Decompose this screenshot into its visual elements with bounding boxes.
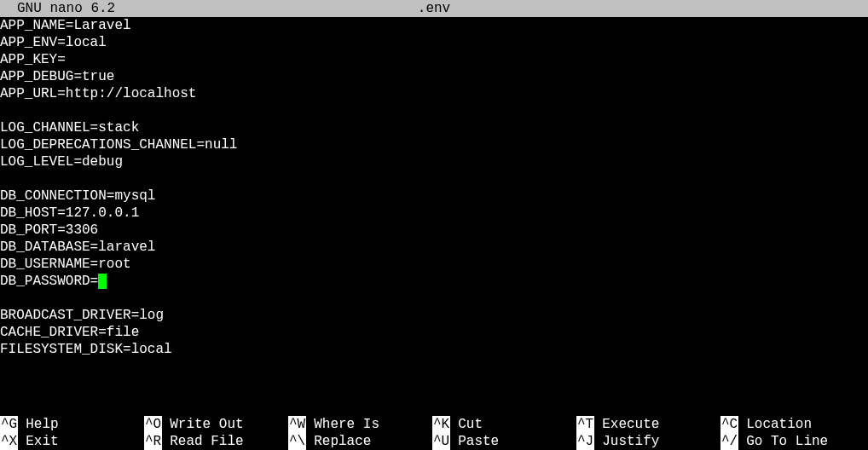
shortcut-item[interactable]: ^XExit — [0, 433, 144, 450]
shortcut-label: Go To Line — [746, 433, 828, 450]
shortcut-item[interactable]: ^/Go To Line — [720, 433, 865, 450]
shortcut-label: Where Is — [314, 416, 379, 433]
shortcut-label: Paste — [458, 433, 499, 450]
app-name: GNU nano 6.2 — [0, 0, 115, 17]
shortcut-key: ^W — [288, 416, 306, 433]
cursor — [98, 274, 107, 289]
shortcut-item[interactable]: ^TExecute — [576, 416, 720, 433]
editor-line[interactable]: APP_ENV=local — [0, 34, 868, 51]
editor-line[interactable]: DB_USERNAME=root — [0, 256, 868, 273]
editor-line[interactable]: BROADCAST_DRIVER=log — [0, 307, 868, 324]
editor-area[interactable]: APP_NAME=LaravelAPP_ENV=localAPP_KEY=APP… — [0, 17, 868, 358]
editor-line[interactable]: LOG_DEPRECATIONS_CHANNEL=null — [0, 136, 868, 153]
shortcut-key: ^U — [432, 433, 450, 450]
editor-line[interactable]: DB_PASSWORD= — [0, 273, 868, 290]
editor-line[interactable]: FILESYSTEM_DISK=local — [0, 341, 868, 358]
shortcut-key: ^X — [0, 433, 18, 450]
titlebar: GNU nano 6.2 .env — [0, 0, 868, 17]
shortcut-key: ^J — [576, 433, 594, 450]
editor-line[interactable]: APP_DEBUG=true — [0, 68, 868, 85]
shortcut-key: ^G — [0, 416, 18, 433]
shortcut-item[interactable]: ^\Replace — [288, 433, 432, 450]
filename: .env — [418, 0, 450, 17]
editor-line[interactable] — [0, 102, 868, 119]
shortcut-label: Cut — [458, 416, 483, 433]
shortcut-label: Write Out — [170, 416, 243, 433]
editor-line[interactable]: LOG_CHANNEL=stack — [0, 119, 868, 136]
shortcut-key: ^\ — [288, 433, 306, 450]
shortcut-key: ^C — [720, 416, 738, 433]
shortcut-item[interactable]: ^OWrite Out — [144, 416, 288, 433]
shortcut-label: Justify — [602, 433, 659, 450]
shortcut-row-1: ^GHelp^OWrite Out^WWhere Is^KCut^TExecut… — [0, 416, 868, 433]
editor-line[interactable]: APP_NAME=Laravel — [0, 17, 868, 34]
editor-line[interactable]: APP_URL=http://localhost — [0, 85, 868, 102]
shortcut-label: Read File — [170, 433, 243, 450]
shortcut-item[interactable]: ^WWhere Is — [288, 416, 432, 433]
editor-line[interactable] — [0, 290, 868, 307]
shortcut-key: ^/ — [720, 433, 738, 450]
shortcut-key: ^R — [144, 433, 162, 450]
shortcut-row-2: ^XExit^RRead File^\Replace^UPaste^JJusti… — [0, 433, 868, 450]
editor-line[interactable]: LOG_LEVEL=debug — [0, 153, 868, 170]
shortcut-label: Exit — [26, 433, 58, 450]
shortcut-item[interactable]: ^KCut — [432, 416, 576, 433]
editor-line[interactable]: APP_KEY= — [0, 51, 868, 68]
editor-line[interactable]: DB_HOST=127.0.0.1 — [0, 205, 868, 222]
shortcut-label: Location — [746, 416, 812, 433]
shortcut-key: ^T — [576, 416, 594, 433]
shortcut-label: Replace — [314, 433, 371, 450]
shortcut-item[interactable]: ^GHelp — [0, 416, 144, 433]
editor-line[interactable]: DB_DATABASE=laravel — [0, 239, 868, 256]
shortcut-item[interactable]: ^RRead File — [144, 433, 288, 450]
shortcut-key: ^K — [432, 416, 450, 433]
shortcut-label: Execute — [602, 416, 659, 433]
shortcut-item[interactable]: ^UPaste — [432, 433, 576, 450]
shortcut-bar: ^GHelp^OWrite Out^WWhere Is^KCut^TExecut… — [0, 416, 868, 450]
shortcut-item[interactable]: ^JJustify — [576, 433, 720, 450]
editor-line[interactable] — [0, 170, 868, 188]
shortcut-item[interactable]: ^CLocation — [720, 416, 865, 433]
editor-line[interactable]: DB_CONNECTION=mysql — [0, 188, 868, 205]
editor-line[interactable]: CACHE_DRIVER=file — [0, 324, 868, 341]
shortcut-label: Help — [26, 416, 58, 433]
shortcut-key: ^O — [144, 416, 162, 433]
editor-line[interactable]: DB_PORT=3306 — [0, 222, 868, 239]
